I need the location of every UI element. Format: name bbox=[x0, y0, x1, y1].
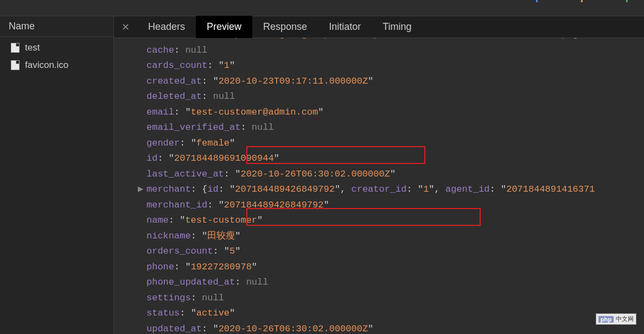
json-key: id bbox=[207, 184, 218, 194]
json-key: avatar_url bbox=[146, 38, 202, 40]
json-key: cards_count bbox=[146, 60, 207, 71]
json-value: 2020-10-26T06:30:02.000000Z bbox=[219, 324, 368, 334]
json-value: null bbox=[252, 122, 274, 133]
file-icon bbox=[11, 43, 20, 53]
json-value: 2020-10-23T09:17:11.000000Z bbox=[219, 76, 368, 86]
json-value: female bbox=[196, 138, 229, 148]
watermark-php-label: php bbox=[598, 316, 614, 323]
json-value: active bbox=[196, 308, 229, 318]
json-key: name bbox=[146, 215, 169, 225]
network-request-test[interactable]: test bbox=[0, 39, 113, 56]
json-key: nickname bbox=[146, 231, 191, 241]
content-panel: ✕ Headers Preview Response Initiator Tim… bbox=[114, 16, 644, 334]
json-key: phone_updated_at bbox=[146, 277, 235, 287]
json-key: updated_at bbox=[146, 324, 202, 334]
watermark-badge: php 中文网 bbox=[596, 313, 636, 325]
detail-tabs: ✕ Headers Preview Response Initiator Tim… bbox=[114, 16, 644, 38]
json-key: merchant_id bbox=[146, 200, 207, 210]
json-value: null bbox=[246, 277, 269, 287]
json-preview[interactable]: avatar_url: "http://liangfango-api.test/… bbox=[114, 38, 644, 334]
json-value: http://liangfango-api.test/uploads/user-… bbox=[219, 38, 578, 40]
json-value: null bbox=[185, 45, 207, 55]
tab-initiator[interactable]: Initiator bbox=[318, 16, 372, 38]
json-key: id bbox=[146, 153, 157, 163]
sidebar-header-name: Name bbox=[0, 16, 113, 37]
json-value: test-customer@admin.com bbox=[191, 107, 318, 117]
tab-headers[interactable]: Headers bbox=[137, 16, 196, 38]
request-label: test bbox=[25, 42, 40, 53]
tab-preview[interactable]: Preview bbox=[196, 16, 252, 38]
json-key: email bbox=[146, 107, 174, 117]
json-key: gender bbox=[146, 138, 180, 148]
json-value: null bbox=[202, 293, 224, 303]
json-value: test-customer bbox=[185, 215, 257, 225]
json-key: creator_id bbox=[352, 184, 407, 194]
indicator-green bbox=[626, 0, 628, 2]
tab-timing[interactable]: Timing bbox=[372, 16, 422, 38]
json-key: email_verified_at bbox=[146, 122, 240, 133]
json-key: orders_count bbox=[146, 246, 213, 256]
indicator-orange bbox=[581, 0, 583, 2]
json-key: cache bbox=[146, 45, 174, 55]
indicator-blue bbox=[536, 0, 538, 2]
json-value: null bbox=[213, 91, 235, 102]
file-icon bbox=[11, 60, 20, 70]
json-key: deleted_at bbox=[146, 91, 202, 102]
tab-response[interactable]: Response bbox=[252, 16, 318, 38]
close-icon[interactable]: ✕ bbox=[114, 21, 137, 33]
json-value: 2020-10-26T06:30:02.000000Z bbox=[240, 169, 390, 179]
json-key: agent_id bbox=[445, 184, 490, 194]
json-key: created_at bbox=[146, 76, 202, 86]
json-key: settings bbox=[146, 293, 191, 303]
json-key: status bbox=[146, 308, 180, 318]
json-value: 207184489691090944 bbox=[174, 153, 274, 163]
top-toolbar bbox=[0, 0, 644, 16]
json-value: 19227280978 bbox=[191, 262, 252, 272]
json-value: 207184489426849792 bbox=[224, 200, 324, 210]
network-request-favicon[interactable]: favicon.ico bbox=[0, 56, 113, 74]
json-key: last_active_at bbox=[146, 169, 224, 179]
expand-arrow-icon[interactable]: ▶ bbox=[138, 182, 144, 198]
json-value: 2071844891416371 bbox=[506, 184, 595, 194]
json-value: 5 bbox=[229, 246, 235, 256]
watermark-cn-label: 中文网 bbox=[616, 315, 634, 323]
json-value: 1 bbox=[224, 60, 229, 71]
network-sidebar: Name test favicon.ico bbox=[0, 16, 114, 334]
json-value: 田较瘦 bbox=[207, 231, 235, 241]
json-value: 1 bbox=[423, 184, 429, 194]
json-key: phone bbox=[146, 262, 174, 272]
request-label: favicon.ico bbox=[25, 60, 68, 71]
json-key: merchant bbox=[146, 184, 191, 194]
json-value: 207184489426849792 bbox=[235, 184, 335, 194]
